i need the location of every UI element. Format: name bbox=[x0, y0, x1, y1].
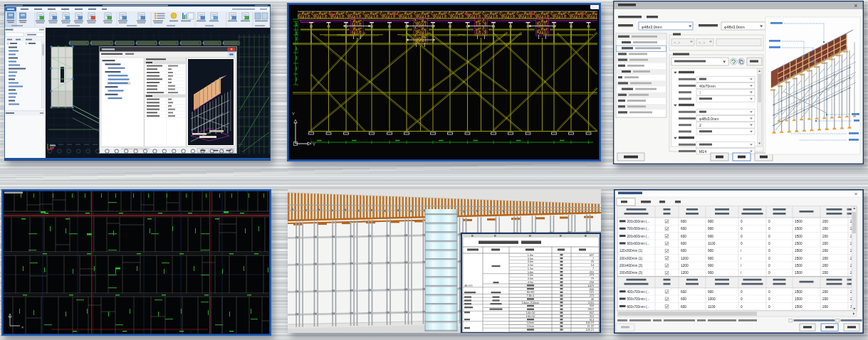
svg-text:4.5m: 4.5m bbox=[528, 281, 533, 284]
svg-text:700x500mm (...: 700x500mm (... bbox=[627, 227, 650, 230]
svg-text:200x400mm (3): 200x400mm (3) bbox=[619, 264, 643, 267]
svg-text:<..>: <..> bbox=[674, 41, 680, 45]
svg-text:234: 234 bbox=[590, 281, 594, 284]
svg-text:1200: 1200 bbox=[681, 271, 689, 275]
svg-text:×: × bbox=[854, 191, 858, 197]
svg-text:1000: 1000 bbox=[708, 297, 716, 301]
svg-text:200: 200 bbox=[822, 242, 828, 245]
svg-text:200: 200 bbox=[822, 220, 828, 223]
svg-text:600: 600 bbox=[681, 297, 686, 301]
svg-text:1500: 1500 bbox=[795, 220, 802, 223]
svg-text:0: 0 bbox=[768, 249, 770, 253]
svg-text:0: 0 bbox=[741, 242, 743, 245]
svg-text:602: 602 bbox=[590, 312, 594, 314]
svg-text:1500: 1500 bbox=[795, 305, 802, 309]
svg-text:1100: 1100 bbox=[708, 305, 716, 309]
svg-text:600: 600 bbox=[681, 220, 686, 223]
svg-text:900: 900 bbox=[708, 220, 713, 223]
svg-text:600: 600 bbox=[681, 290, 686, 294]
svg-text:1200: 1200 bbox=[681, 264, 689, 267]
svg-text:1200: 1200 bbox=[681, 257, 689, 260]
svg-text:5.0m: 5.0m bbox=[528, 274, 533, 277]
svg-text:0: 0 bbox=[768, 235, 770, 238]
svg-text:200: 200 bbox=[822, 290, 828, 294]
svg-text:80×80: 80×80 bbox=[527, 291, 535, 294]
svg-text:0: 0 bbox=[768, 297, 770, 301]
svg-text:4479: 4479 bbox=[588, 285, 594, 287]
svg-text:600: 600 bbox=[681, 249, 686, 253]
svg-text:200: 200 bbox=[822, 257, 828, 260]
svg-text:1500: 1500 bbox=[795, 242, 802, 245]
svg-text:12mm: 12mm bbox=[527, 325, 535, 328]
svg-text:0: 0 bbox=[741, 235, 743, 238]
svg-text:79: 79 bbox=[591, 277, 594, 280]
svg-text:0: 0 bbox=[768, 242, 770, 245]
svg-text:0: 0 bbox=[768, 257, 770, 260]
svg-text:900: 900 bbox=[708, 290, 713, 294]
svg-text:1500: 1500 bbox=[795, 249, 802, 253]
svg-text:1500: 1500 bbox=[795, 257, 802, 260]
svg-text:×: × bbox=[854, 2, 857, 9]
svg-text:3822: 3822 bbox=[588, 308, 594, 311]
svg-text:900: 900 bbox=[708, 264, 713, 267]
svg-text:46: 46 bbox=[591, 298, 594, 301]
svg-text:7: 7 bbox=[592, 267, 594, 270]
svg-text:900: 900 bbox=[708, 227, 713, 230]
svg-text:600: 600 bbox=[681, 227, 686, 230]
svg-text:120x300mm (1): 120x300mm (1) bbox=[619, 249, 643, 253]
svg-text:0: 0 bbox=[741, 227, 743, 230]
svg-text:5.0m: 5.0m bbox=[528, 271, 533, 274]
svg-text:1500: 1500 bbox=[795, 271, 802, 275]
svg-text:1500: 1500 bbox=[795, 297, 802, 301]
svg-text:0: 0 bbox=[768, 271, 770, 275]
svg-text:200: 200 bbox=[822, 235, 828, 238]
svg-text:400x700mm (...: 400x700mm (... bbox=[627, 290, 650, 294]
svg-text:100×50: 100×50 bbox=[526, 312, 535, 314]
svg-text:900: 900 bbox=[708, 271, 713, 275]
svg-text:600: 600 bbox=[681, 305, 686, 309]
svg-text:4.0m: 4.0m bbox=[528, 277, 533, 280]
svg-text:200: 200 bbox=[822, 227, 828, 230]
svg-text:1500: 1500 bbox=[795, 235, 802, 238]
svg-text:1500: 1500 bbox=[795, 227, 802, 230]
svg-text:231: 231 bbox=[590, 271, 594, 274]
svg-text:1.0m: 1.0m bbox=[528, 254, 533, 257]
svg-text:1500: 1500 bbox=[795, 290, 802, 294]
svg-text:0: 0 bbox=[741, 305, 743, 309]
svg-text:0: 0 bbox=[768, 305, 770, 309]
svg-text:600: 600 bbox=[681, 242, 686, 245]
svg-text:7: 7 bbox=[592, 257, 594, 260]
svg-text:0: 0 bbox=[768, 290, 770, 294]
svg-text:100×50: 100×50 bbox=[526, 315, 535, 318]
svg-text:35: 35 bbox=[591, 260, 594, 263]
svg-text:0: 0 bbox=[741, 220, 743, 223]
svg-text:1: 1 bbox=[699, 90, 701, 95]
svg-text:311: 311 bbox=[590, 315, 594, 318]
svg-text:40x70mm: 40x70mm bbox=[699, 84, 716, 88]
svg-text:4.0m: 4.0m bbox=[528, 260, 533, 263]
svg-text:101: 101 bbox=[590, 291, 594, 294]
svg-text:×: × bbox=[21, 325, 23, 329]
svg-text:200x600mm (...: 200x600mm (... bbox=[627, 235, 650, 238]
svg-text:200: 200 bbox=[822, 297, 828, 301]
svg-text:500x700mm (...: 500x700mm (... bbox=[627, 297, 650, 301]
svg-text:1191: 1191 bbox=[588, 302, 594, 304]
svg-text:600x700mm (...: 600x700mm (... bbox=[627, 305, 650, 309]
svg-text:200x300mm (1): 200x300mm (1) bbox=[619, 257, 643, 260]
svg-text:φ48x3.0mm: φ48x3.0mm bbox=[724, 25, 745, 29]
svg-text:14: 14 bbox=[591, 264, 594, 267]
svg-text:900: 900 bbox=[708, 235, 713, 238]
svg-text:×: × bbox=[230, 47, 232, 51]
svg-text:273: 273 bbox=[590, 274, 594, 277]
svg-text:0: 0 bbox=[741, 297, 743, 301]
svg-text:21.22: 21.22 bbox=[587, 325, 594, 328]
svg-text:637: 637 bbox=[590, 254, 594, 257]
svg-text:Y: Y bbox=[292, 112, 295, 116]
svg-text:0: 0 bbox=[741, 290, 743, 294]
svg-text:600x600mm (...: 600x600mm (... bbox=[627, 242, 650, 245]
svg-text:913: 913 bbox=[590, 319, 594, 322]
svg-text:0: 0 bbox=[768, 264, 770, 267]
svg-text:φ48x3.0mm: φ48x3.0mm bbox=[699, 117, 719, 121]
svg-text:900: 900 bbox=[708, 257, 713, 260]
svg-text:1500: 1500 bbox=[795, 264, 802, 267]
